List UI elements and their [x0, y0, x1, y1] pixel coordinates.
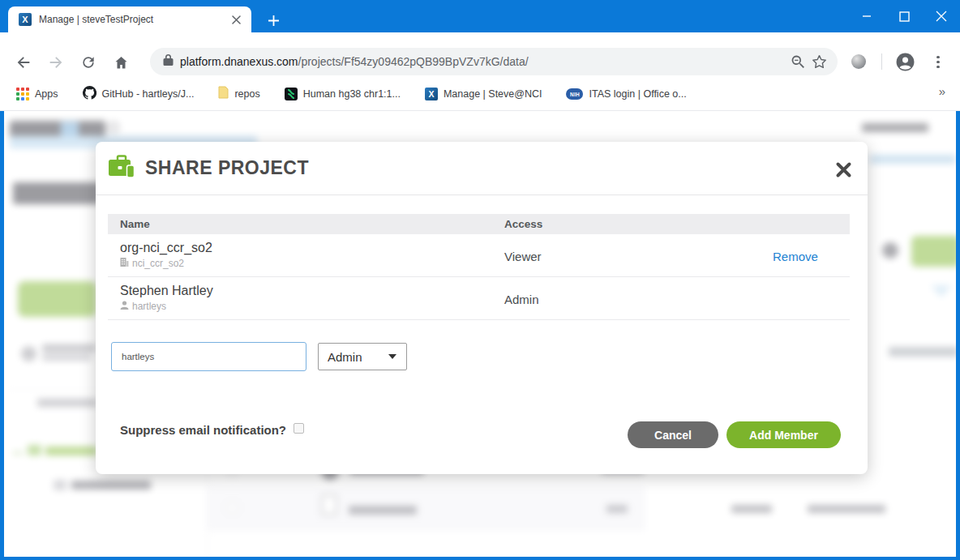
close-window-button[interactable] — [923, 0, 960, 32]
member-access-level: Viewer — [504, 234, 773, 263]
nih-icon: NIH — [566, 88, 583, 100]
back-button[interactable] — [13, 52, 34, 73]
member-access-level: Admin — [504, 277, 773, 306]
bookmark-label: ITAS login | Office o... — [589, 88, 686, 100]
bookmark-label: GitHub - hartleys/J... — [102, 88, 195, 100]
dna-icon — [285, 88, 298, 100]
browser-toolbar: platform.dnanexus.com/projects/Ff54zy094… — [0, 32, 960, 78]
table-row: org-nci_ccr_so2 nci_ccr_so2 Viewer Remov… — [108, 234, 850, 277]
table-row: Stephen Hartley hartleys Admin — [108, 277, 850, 320]
bookmark-genome-browser[interactable]: Human hg38 chr1:1... — [278, 84, 407, 104]
bookmark-dnanexus-manage[interactable]: X Manage | Steve@NCI — [418, 84, 549, 104]
remove-member-link[interactable]: Remove — [773, 234, 818, 263]
bookmark-label: Manage | Steve@NCI — [444, 88, 542, 100]
share-project-modal: SHARE PROJECT Name Access org-nci_ccr_so… — [96, 142, 868, 474]
add-member-button[interactable]: Add Member — [726, 421, 841, 448]
bookmark-itas-login[interactable]: NIH ITAS login | Office o... — [559, 85, 692, 103]
bookmarks-bar: Apps GitHub - hartleys/J... repos Human … — [0, 78, 960, 111]
bookmark-label: repos — [234, 88, 259, 100]
briefcase-icon — [108, 155, 135, 182]
modal-close-icon[interactable] — [835, 161, 853, 179]
bookmark-label: Human hg38 chr1:1... — [303, 88, 401, 100]
access-select-value: Admin — [328, 350, 388, 364]
maximize-button[interactable] — [885, 0, 923, 32]
address-bar[interactable]: platform.dnanexus.com/projects/Ff54zy094… — [150, 48, 838, 75]
dnanexus-favicon-icon: X — [19, 13, 32, 26]
bookmark-github[interactable]: GitHub - hartleys/J... — [76, 83, 201, 106]
suppress-email-checkbox[interactable] — [294, 423, 304, 434]
user-icon — [120, 301, 129, 312]
modal-header: SHARE PROJECT — [96, 142, 868, 195]
members-table: Name Access org-nci_ccr_so2 nci_ccr_so2 — [108, 214, 850, 320]
minimize-button[interactable] — [848, 0, 885, 32]
member-name: Stephen Hartley — [120, 284, 504, 298]
dnanexus-icon: X — [425, 88, 438, 100]
bookmark-apps[interactable]: Apps — [10, 84, 65, 104]
url-text: platform.dnanexus.com/projects/Ff54zy094… — [180, 55, 787, 68]
suppress-email-row: Suppress email notification? — [120, 420, 304, 439]
suppress-email-label: Suppress email notification? — [120, 423, 286, 437]
github-icon — [83, 86, 96, 103]
url-domain: platform.dnanexus.com — [180, 55, 298, 68]
cancel-button[interactable]: Cancel — [628, 421, 718, 448]
bookmark-repos[interactable]: repos — [212, 83, 266, 105]
browser-menu-icon[interactable] — [931, 52, 945, 72]
titlebar: X Manage | steveTestProject — [0, 0, 960, 32]
apps-grid-icon — [16, 88, 29, 100]
add-member-input[interactable] — [111, 342, 306, 371]
extension-icon[interactable] — [851, 54, 866, 69]
tab-close-icon[interactable] — [229, 12, 243, 27]
window-controls — [848, 0, 960, 32]
note-icon — [218, 86, 229, 102]
forward-button[interactable] — [45, 52, 66, 73]
reload-button[interactable] — [78, 52, 99, 73]
org-icon — [120, 258, 129, 269]
access-column-header: Access — [504, 218, 773, 230]
profile-avatar-icon[interactable] — [895, 52, 915, 72]
bookmark-star-icon[interactable] — [808, 51, 829, 72]
chevron-down-icon — [388, 354, 396, 359]
tab-title: Manage | steveTestProject — [39, 14, 229, 25]
modal-title: SHARE PROJECT — [145, 157, 309, 179]
bookmarks-overflow-chevron[interactable]: » — [939, 84, 945, 98]
toolbar-separator — [881, 53, 882, 70]
bookmark-label: Apps — [35, 88, 58, 100]
page-content: SHARE PROJECT Name Access org-nci_ccr_so… — [4, 111, 956, 557]
zoom-out-icon[interactable] — [787, 51, 808, 72]
member-name: org-nci_ccr_so2 — [120, 241, 504, 255]
browser-tab[interactable]: X Manage | steveTestProject — [8, 6, 251, 32]
member-username: hartleys — [132, 301, 166, 312]
url-path: /projects/Ff54zy09462pQB99BpVZv7kG/data/ — [298, 55, 529, 68]
home-button[interactable] — [110, 52, 131, 73]
lock-icon — [163, 53, 174, 70]
browser-window: X Manage | steveTestProject — [0, 0, 960, 560]
table-header-row: Name Access — [108, 214, 850, 234]
access-level-select[interactable]: Admin — [318, 343, 407, 370]
name-column-header: Name — [108, 218, 504, 230]
member-username: nci_ccr_so2 — [132, 258, 184, 269]
new-tab-button[interactable] — [263, 10, 284, 31]
